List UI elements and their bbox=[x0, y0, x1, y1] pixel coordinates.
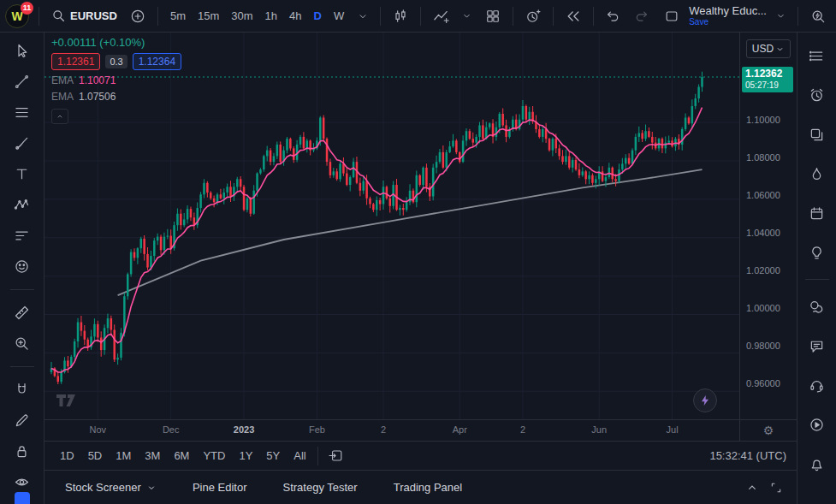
notifications-icon[interactable] bbox=[804, 451, 830, 477]
timeframe-W[interactable]: W bbox=[328, 4, 350, 28]
time-axis-label: Apr bbox=[453, 424, 467, 435]
forecast-icon[interactable] bbox=[9, 226, 36, 246]
search-icon bbox=[50, 8, 67, 24]
indicators-button[interactable] bbox=[427, 4, 454, 28]
alerts-icon[interactable] bbox=[804, 82, 830, 108]
indicator-templates-caret[interactable] bbox=[456, 4, 477, 28]
time-axis-label: Nov bbox=[90, 424, 107, 435]
layout-menu-caret[interactable] bbox=[770, 4, 792, 28]
timeframe-4h[interactable]: 4h bbox=[283, 4, 307, 28]
time-axis-label: 2 bbox=[520, 424, 525, 435]
divider bbox=[593, 7, 594, 26]
price-axis[interactable]: USD 1.100001.080001.060001.040001.020001… bbox=[739, 33, 797, 419]
fib-retracement-icon[interactable] bbox=[9, 103, 36, 122]
range-ytd[interactable]: YTD bbox=[196, 444, 232, 468]
save-button[interactable]: Save bbox=[689, 17, 709, 27]
streams-icon[interactable] bbox=[804, 412, 830, 437]
multichart-layout-button[interactable] bbox=[479, 4, 507, 28]
clock-timezone[interactable]: 15:32:41 (UTC) bbox=[709, 449, 786, 462]
redo-button[interactable] bbox=[628, 4, 655, 28]
range-5y[interactable]: 5Y bbox=[259, 444, 287, 468]
tab-strategy-tester[interactable]: Strategy Tester bbox=[279, 476, 360, 500]
price-change: +0.00111 (+0.10%) bbox=[51, 36, 181, 49]
range-5d[interactable]: 5D bbox=[81, 444, 110, 468]
timeframe-menu-caret[interactable] bbox=[352, 4, 374, 28]
timeframe-D[interactable]: D bbox=[308, 4, 328, 28]
draw-icon[interactable] bbox=[9, 411, 36, 430]
xabcd-pattern-icon[interactable] bbox=[9, 195, 36, 215]
zoom-in-icon[interactable] bbox=[9, 334, 36, 353]
indicators-icon bbox=[432, 8, 449, 25]
support-icon[interactable] bbox=[804, 372, 830, 398]
divider bbox=[553, 7, 554, 26]
boost-button[interactable] bbox=[693, 388, 717, 412]
ask-price-button[interactable]: 1.12364 bbox=[133, 53, 181, 70]
chat-icon[interactable] bbox=[804, 294, 830, 319]
legend-collapse-button[interactable] bbox=[51, 109, 68, 124]
timeframe-5m[interactable]: 5m bbox=[164, 4, 192, 28]
left-toolbar-promo-button[interactable] bbox=[15, 492, 30, 504]
range-all[interactable]: All bbox=[287, 444, 312, 468]
quick-search-icon bbox=[809, 8, 827, 25]
maximize-icon bbox=[769, 481, 783, 495]
go-to-date-button[interactable] bbox=[323, 444, 349, 468]
ideas-icon[interactable] bbox=[804, 240, 830, 265]
gear-icon[interactable]: ⚙ bbox=[763, 424, 774, 437]
emoji-icon[interactable] bbox=[9, 257, 36, 276]
tab-stock-screener[interactable]: Stock Screener bbox=[62, 476, 160, 500]
lock-icon[interactable] bbox=[9, 442, 36, 461]
layout-name[interactable]: Wealthy Educ... Save bbox=[687, 5, 768, 27]
price-axis-label: 1.06000 bbox=[746, 190, 780, 200]
panel-collapse-button[interactable] bbox=[740, 476, 764, 500]
timeframe-30m[interactable]: 30m bbox=[225, 4, 258, 28]
layout-select-button[interactable] bbox=[658, 4, 685, 28]
right-sidebar bbox=[797, 33, 836, 504]
magnet-icon[interactable] bbox=[9, 380, 36, 400]
timeframe-15m[interactable]: 15m bbox=[192, 4, 225, 28]
range-bar: 1D5D1M3M6MYTD1Y5YAll 15:32:41 (UTC) bbox=[44, 441, 797, 470]
symbol-search-button[interactable]: EURUSD bbox=[45, 4, 122, 28]
data-window-icon[interactable] bbox=[804, 122, 830, 147]
brush-icon[interactable] bbox=[9, 133, 36, 153]
create-alert-button[interactable] bbox=[519, 4, 547, 28]
tab-pine-editor[interactable]: Pine Editor bbox=[189, 476, 251, 500]
range-6m[interactable]: 6M bbox=[167, 444, 196, 468]
bid-price-button[interactable]: 1.12361 bbox=[51, 53, 100, 70]
divider bbox=[10, 366, 34, 367]
chart-type-button[interactable] bbox=[387, 4, 414, 28]
range-1y[interactable]: 1Y bbox=[232, 444, 259, 468]
ema-slow-legend[interactable]: EMA 1.07506 bbox=[51, 91, 181, 103]
time-axis[interactable]: NovDec2023Feb2Apr2JunJul bbox=[44, 420, 739, 441]
calendar-icon[interactable] bbox=[804, 200, 830, 226]
chart-canvas[interactable]: +0.00111 (+0.10%) 1.12361 0.3 1.12364 EM… bbox=[44, 33, 739, 419]
chevron-down-icon bbox=[461, 10, 472, 21]
range-3m[interactable]: 3M bbox=[138, 444, 167, 468]
eye-icon[interactable] bbox=[9, 472, 36, 492]
left-toolbar bbox=[0, 33, 44, 504]
notification-badge: 11 bbox=[21, 2, 33, 15]
range-1d[interactable]: 1D bbox=[53, 444, 81, 468]
panel-maximize-button[interactable] bbox=[764, 476, 788, 500]
currency-dropdown[interactable]: USD bbox=[746, 39, 791, 58]
hotlists-icon[interactable] bbox=[804, 161, 830, 187]
text-icon[interactable] bbox=[9, 164, 36, 184]
watchlist-icon[interactable] bbox=[804, 43, 830, 68]
app-logo[interactable]: W 11 bbox=[5, 4, 29, 28]
time-axis-label: Jul bbox=[667, 424, 679, 435]
cursor-icon[interactable] bbox=[9, 41, 36, 61]
spread-value: 0.3 bbox=[105, 55, 127, 68]
compare-add-symbol-button[interactable] bbox=[124, 4, 151, 28]
axis-settings-corner[interactable]: ⚙ bbox=[739, 420, 797, 441]
tradingview-watermark bbox=[56, 393, 79, 411]
measure-icon[interactable] bbox=[9, 303, 36, 323]
ema-fast-legend[interactable]: EMA 1.10071 bbox=[51, 74, 181, 86]
trend-line-icon[interactable] bbox=[9, 72, 36, 92]
top-toolbar: W 11 EURUSD 5m15m30m1h4hDW bbox=[0, 0, 836, 33]
undo-button[interactable] bbox=[600, 4, 626, 28]
bar-replay-button[interactable] bbox=[560, 4, 587, 28]
quick-search-button[interactable] bbox=[804, 4, 832, 28]
range-1m[interactable]: 1M bbox=[109, 444, 138, 468]
comments-icon[interactable] bbox=[804, 333, 830, 359]
timeframe-1h[interactable]: 1h bbox=[259, 4, 283, 28]
tab-trading-panel[interactable]: Trading Panel bbox=[390, 476, 465, 500]
